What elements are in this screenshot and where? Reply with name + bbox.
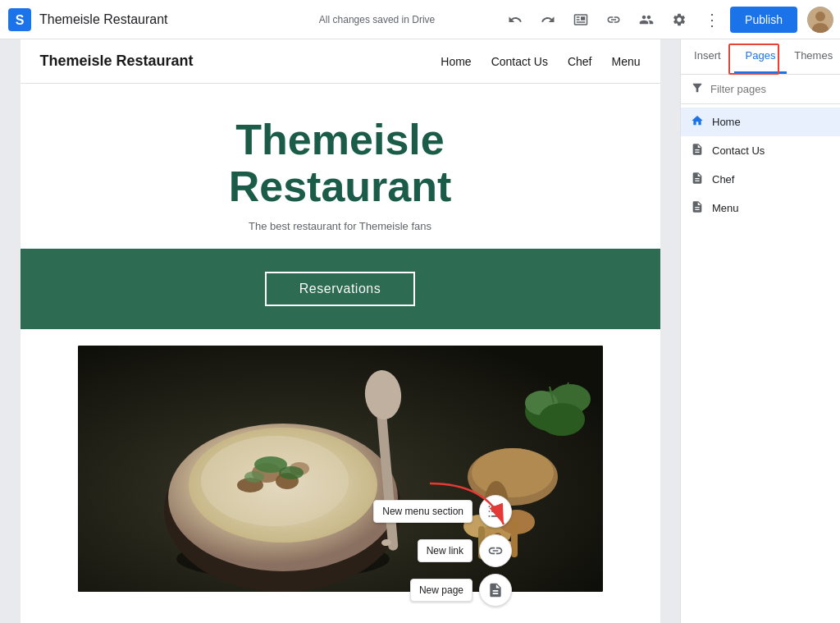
main-area: Themeisle Restaurant Home Contact Us Che… [0, 39, 840, 623]
svg-point-18 [244, 471, 264, 483]
undo-button[interactable] [500, 5, 530, 34]
toolbar-right: ⋮ Publish [500, 5, 833, 34]
new-menu-section-row: New menu section [373, 495, 512, 528]
svg-point-22 [472, 448, 554, 497]
page-item-chef[interactable]: Chef [681, 165, 840, 194]
new-page-row: New page [410, 574, 512, 607]
page-label-chef: Chef [712, 173, 734, 186]
site-preview: Themeisle Restaurant Home Contact Us Che… [21, 39, 660, 623]
svg-text:S: S [16, 13, 25, 27]
page-label-contact: Contact Us [712, 144, 765, 157]
page-icon-chef [691, 172, 704, 187]
hero-subtitle: The best restaurant for Themeisle fans [37, 220, 644, 232]
page-icon-contact [691, 143, 704, 158]
hero-section: Themeisle Restaurant The best restaurant… [21, 84, 660, 249]
people-button[interactable] [632, 5, 661, 34]
redo-button[interactable] [533, 5, 563, 34]
preview-button[interactable] [566, 5, 596, 34]
avatar[interactable] [807, 7, 833, 33]
toolbar: S Themeisle Restaurant All changes saved… [0, 0, 840, 39]
site-brand: Themeisle Restaurant [40, 53, 441, 70]
nav-chef[interactable]: Chef [568, 54, 592, 69]
tab-pages[interactable]: Pages [734, 39, 788, 74]
nav-contact[interactable]: Contact Us [491, 54, 548, 69]
reservations-banner: Reservations [21, 249, 660, 329]
tab-themes[interactable]: Themes [787, 39, 840, 74]
panel-tabs: Insert Pages Themes [681, 39, 840, 75]
new-link-tooltip: New link [418, 539, 472, 562]
svg-point-17 [279, 466, 304, 479]
bottom-actions: New menu section New link New page [373, 495, 512, 607]
toolbar-left: S Themeisle Restaurant [7, 7, 253, 33]
food-section [21, 329, 660, 608]
reservations-button[interactable]: Reservations [265, 272, 415, 306]
page-item-menu[interactable]: Menu [681, 194, 840, 222]
filter-input[interactable] [710, 83, 840, 95]
page-icon-menu [691, 200, 704, 216]
new-link-row: New link [418, 534, 512, 567]
publish-button[interactable]: Publish [730, 7, 797, 33]
nav-menu[interactable]: Menu [611, 54, 640, 69]
more-button[interactable]: ⋮ [697, 5, 727, 34]
app-title: Themeisle Restaurant [39, 12, 168, 27]
hero-title: Themeisle Restaurant [37, 117, 644, 210]
new-menu-section-button[interactable] [479, 495, 512, 528]
settings-button[interactable] [664, 5, 694, 34]
page-item-home[interactable]: Home [681, 108, 840, 136]
nav-home[interactable]: Home [441, 54, 471, 69]
page-label-menu: Menu [712, 202, 739, 214]
link-button[interactable] [599, 5, 628, 34]
app-icon[interactable]: S [7, 7, 33, 33]
autosave-status: All changes saved in Drive [253, 14, 500, 25]
pages-list: Home Contact Us Chef Menu [681, 104, 840, 623]
new-page-tooltip: New page [410, 579, 472, 602]
page-item-contact[interactable]: Contact Us [681, 136, 840, 165]
canvas-area: Themeisle Restaurant Home Contact Us Che… [0, 39, 680, 623]
filter-bar [681, 75, 840, 104]
tab-insert[interactable]: Insert [681, 39, 734, 74]
right-panel: Insert Pages Themes Home [680, 39, 840, 623]
new-page-button[interactable] [479, 574, 512, 607]
site-nav: Themeisle Restaurant Home Contact Us Che… [21, 39, 660, 84]
new-link-button[interactable] [479, 534, 512, 567]
new-menu-section-tooltip: New menu section [373, 500, 472, 523]
home-icon [691, 114, 704, 130]
svg-point-3 [815, 11, 825, 21]
page-label-home: Home [712, 116, 741, 128]
svg-point-34 [539, 403, 585, 436]
svg-point-11 [201, 436, 349, 526]
food-image [78, 346, 603, 592]
filter-icon [691, 81, 704, 97]
site-nav-links: Home Contact Us Chef Menu [441, 54, 640, 69]
